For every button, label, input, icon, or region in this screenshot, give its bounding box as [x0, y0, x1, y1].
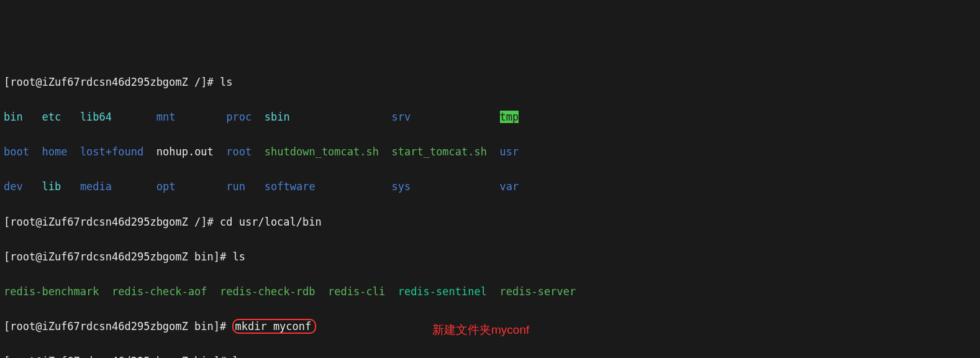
ls-output-row: dev lib media opt run software sys var: [4, 178, 976, 195]
dir-media: media: [80, 180, 112, 193]
prompt-line: [root@iZuf67rdcsn46d295zbgomZ /]# cd usr…: [4, 213, 976, 231]
prompt: [root@iZuf67rdcsn46d295zbgomZ /]#: [4, 216, 220, 228]
dir-usr: usr: [500, 145, 519, 158]
dir-boot: boot: [4, 145, 29, 158]
prompt-line: [root@iZuf67rdcsn46d295zbgomZ bin]# mkdi…: [4, 318, 976, 335]
file-checkaof: redis-check-aof: [112, 285, 207, 298]
highlight-box-mkdir: mkdir myconf: [232, 319, 316, 334]
dir-lib64: lib64: [80, 111, 112, 123]
annotation-1: 新建文件夹myconf: [432, 320, 529, 339]
file-benchmark: redis-benchmark: [4, 285, 99, 298]
dir-sys: sys: [391, 180, 411, 193]
dir-proc: proc: [226, 111, 252, 123]
prompt-line: [root@iZuf67rdcsn46d295zbgomZ bin]# ls: [4, 352, 976, 358]
file-start: start_tomcat.sh: [391, 145, 487, 158]
prompt-line: [root@iZuf67rdcsn46d295zbgomZ bin]# ls: [4, 248, 976, 265]
file-server: redis-server: [499, 285, 576, 298]
dir-etc: etc: [42, 111, 61, 123]
dir-opt: opt: [157, 180, 176, 193]
prompt: [root@iZuf67rdcsn46d295zbgomZ bin]#: [4, 355, 232, 358]
cmd-ls: ls: [220, 76, 232, 88]
file-sentinel: redis-sentinel: [398, 285, 487, 298]
prompt: [root@iZuf67rdcsn46d295zbgomZ bin]#: [4, 250, 232, 263]
prompt-line: [root@iZuf67rdcsn46d295zbgomZ /]# ls: [4, 73, 976, 91]
dir-bin: bin: [4, 111, 23, 123]
cmd-mkdir: mkdir myconf: [235, 320, 311, 333]
dir-srv: srv: [391, 111, 411, 123]
prompt: [root@iZuf67rdcsn46d295zbgomZ bin]#: [4, 320, 232, 333]
dir-mnt: mnt: [157, 111, 176, 123]
ls-output-row: bin etc lib64 mnt proc sbin srv tmp: [4, 108, 976, 126]
cmd-ls: ls: [232, 355, 245, 358]
dir-lostfound: lost+found: [80, 145, 143, 158]
dir-software: software: [265, 180, 315, 193]
dir-lib: lib: [42, 180, 61, 193]
dir-root: root: [226, 145, 252, 158]
prompt: [root@iZuf67rdcsn46d295zbgomZ /]#: [4, 76, 220, 88]
dir-home: home: [42, 145, 67, 158]
ls-output-row: boot home lost+found nohup.out root shut…: [4, 143, 976, 160]
ls-output-row: redis-benchmark redis-check-aof redis-ch…: [4, 283, 976, 300]
file-shutdown: shutdown_tomcat.sh: [265, 145, 379, 158]
file-cli: redis-cli: [328, 285, 385, 298]
cmd-ls: ls: [232, 250, 245, 263]
cmd-cd: cd usr/local/bin: [220, 216, 322, 228]
file-checkrdb: redis-check-rdb: [220, 285, 315, 298]
dir-var: var: [500, 180, 519, 193]
dir-dev: dev: [4, 180, 23, 193]
dir-run: run: [226, 180, 245, 193]
dir-tmp: tmp: [500, 111, 519, 123]
file-nohup: nohup.out: [157, 145, 214, 158]
dir-sbin: sbin: [265, 111, 290, 123]
